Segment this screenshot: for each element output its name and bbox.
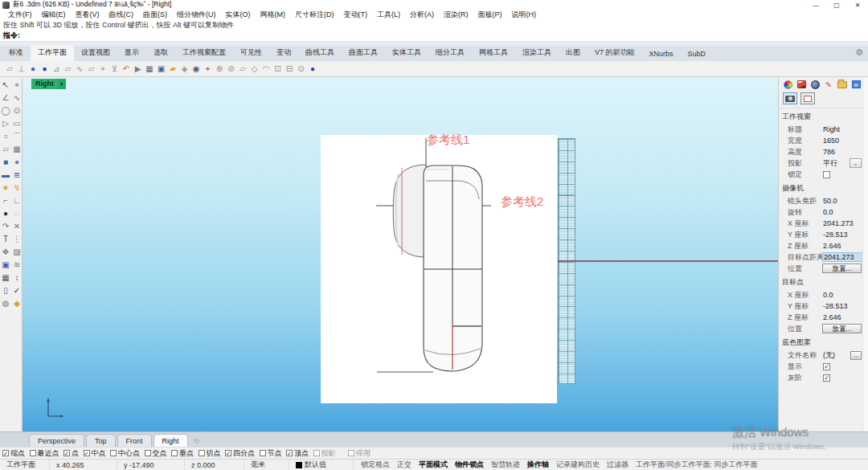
ribbon-tab-12[interactable]: 网格工具 (472, 45, 515, 61)
loft-surface-button[interactable]: ≣ (11, 169, 23, 182)
panel-value-0-3[interactable]: 平行 (823, 158, 850, 169)
cplane-pin-button[interactable]: ⌖ (203, 63, 214, 76)
ribbon-tab-9[interactable]: 曲面工具 (342, 45, 385, 61)
undo-cplane-change-button[interactable]: ↶ (121, 63, 132, 76)
cplane-to-curve-button[interactable]: ∿ (74, 63, 85, 76)
menu-item-8[interactable]: 尺寸标注(D) (290, 10, 339, 20)
panel-checkbox-3-1[interactable]: ✓ (823, 363, 830, 370)
show-cplane-button[interactable]: ◉ (190, 63, 202, 76)
menu-item-2[interactable]: 查看(V) (71, 10, 104, 20)
osnap-checkbox-3[interactable]: ✓ (84, 450, 90, 456)
osnap-item-6[interactable]: 垂点 (171, 448, 194, 459)
statusbar-toggle-2[interactable]: 平面模式 (419, 460, 448, 470)
properties-tab-icon[interactable] (783, 80, 792, 89)
render-shade-button[interactable]: ◍ (0, 297, 11, 310)
command-prompt-line[interactable]: 指令: (0, 31, 868, 41)
panel-value-1-1[interactable]: 0.0 (823, 208, 862, 216)
model-drawing[interactable] (321, 135, 557, 403)
osnap-item-1[interactable]: 最近点 (30, 448, 59, 459)
menu-item-5[interactable]: 细分物件(U) (172, 10, 221, 20)
text-object-button[interactable]: T (0, 233, 11, 246)
minimize-button[interactable]: — (805, 2, 826, 9)
panel-browse-button[interactable]: ... (850, 351, 862, 360)
rectangle-button[interactable]: ▭ (11, 117, 23, 130)
ribbon-gear-icon[interactable]: ⚙ (855, 47, 863, 58)
materials-tab-icon[interactable]: ✎ (824, 80, 833, 89)
osnap-checkbox-10[interactable]: ✓ (286, 450, 293, 456)
surface-corner-points-button[interactable]: ▱ (0, 143, 11, 156)
select-pointer-button[interactable]: ↖ (0, 79, 11, 92)
osnap-item-9[interactable]: 节点 (260, 448, 282, 459)
osnap-checkbox-5[interactable] (145, 450, 151, 456)
osnap-checkbox-8[interactable]: ✓ (225, 450, 231, 456)
cplane-to-surface-button[interactable]: ● (39, 63, 51, 76)
select-cplane-objects-button[interactable]: ▶ (133, 63, 144, 76)
check-objects-button[interactable]: ✓ (11, 284, 23, 297)
panel-filename-value[interactable]: (无) (823, 350, 850, 361)
menu-item-6[interactable]: 实体(O) (221, 10, 256, 20)
ribbon-tab-11[interactable]: 细分工具 (428, 45, 472, 61)
osnap-checkbox-7[interactable] (199, 450, 205, 456)
panel-value-2-1[interactable]: -28.513 (823, 302, 862, 310)
cplane-rotate-button[interactable]: ⊿ (51, 63, 62, 76)
menu-item-10[interactable]: 工具(L) (372, 10, 405, 20)
statusbar-layer-pane[interactable]: 默认值 (289, 460, 354, 470)
ribbon-tab-8[interactable]: 曲线工具 (298, 45, 342, 61)
panel-value-2-0[interactable]: 0.0 (823, 291, 862, 299)
named-cplane-button[interactable]: ◈ (179, 63, 190, 76)
polyline-button[interactable]: ∠ (0, 92, 11, 104)
panel-value-1-4[interactable]: 2.646 (823, 242, 862, 250)
menu-item-13[interactable]: 面板(P) (473, 10, 507, 20)
osnap-item-12[interactable]: 停用 (348, 448, 371, 459)
ribbon-tab-4[interactable]: 选取 (146, 45, 175, 61)
gem-tool-button[interactable]: ◆ (11, 297, 23, 310)
osnap-checkbox-4[interactable] (110, 450, 117, 456)
open-file-button[interactable]: ▰ (167, 63, 178, 76)
viewport-title-caret-icon[interactable]: ▾ (58, 79, 66, 89)
panel-checkbox-3-2[interactable]: ✓ (823, 374, 830, 382)
plan-view-button[interactable]: ▱ (237, 63, 248, 76)
osnap-item-3[interactable]: ✓中点 (84, 448, 106, 459)
hatch-button[interactable]: ▨ (11, 246, 23, 259)
statusbar-cplane-button[interactable]: 工作平面 (0, 460, 50, 470)
osnap-checkbox-2[interactable]: ✓ (63, 450, 70, 456)
ribbon-tab-14[interactable]: 出图 (559, 45, 588, 61)
divide-points-button[interactable]: ⋮ (11, 233, 23, 246)
osnap-checkbox-12[interactable] (348, 450, 354, 456)
curve-interpolate-button[interactable]: ∿ (11, 92, 23, 104)
maximize-button[interactable]: ▢ (826, 2, 847, 9)
cplane-next-button[interactable]: ⊘ (226, 63, 237, 76)
gumball-move-button[interactable]: ↕ (11, 272, 23, 284)
world-top-cplane-button[interactable]: ⊙ (296, 63, 307, 76)
osnap-checkbox-9[interactable] (260, 450, 266, 456)
ribbon-tab-16[interactable]: XNurbs (642, 47, 681, 61)
viewport-properties-button[interactable] (800, 92, 815, 104)
cplane-vertical-button[interactable]: ▱ (63, 63, 74, 76)
ribbon-tab-3[interactable]: 显示 (117, 45, 146, 61)
trim-button[interactable]: ✕ (11, 220, 23, 233)
osnap-item-5[interactable]: 交点 (145, 448, 167, 459)
library-tab-icon[interactable] (837, 80, 847, 89)
save-file-button[interactable]: ▣ (156, 63, 167, 76)
osnap-checkbox-0[interactable]: ✓ (2, 450, 9, 456)
grid-options-button[interactable]: ▦ (144, 63, 155, 76)
menu-item-0[interactable]: 文件(F) (3, 10, 37, 20)
cplane-elevation-button[interactable]: ⊡ (272, 63, 284, 76)
cplane-3point-button[interactable]: ⊥ (16, 63, 27, 76)
camera-properties-button[interactable] (783, 92, 797, 104)
page-layout-button[interactable]: ▯ (0, 284, 11, 297)
circle-diameter-button[interactable]: ⊙ (11, 104, 23, 117)
fillet-edge-button[interactable]: ⌐ (0, 194, 11, 207)
statusbar-toggle-5[interactable]: 操作轴 (527, 460, 549, 470)
osnap-item-4[interactable]: 中心点 (110, 448, 140, 459)
menu-item-12[interactable]: 渲染(R) (439, 10, 473, 20)
cplane-through-curve-button[interactable]: ◠ (260, 63, 272, 76)
help-tab-icon[interactable]: w (851, 80, 861, 89)
menu-item-3[interactable]: 曲线(C) (104, 10, 139, 20)
statusbar-toggle-7[interactable]: 过滤器 (607, 460, 628, 470)
solid-box-button[interactable]: ■ (0, 156, 11, 169)
gumball-sphere-button[interactable]: ● (307, 63, 318, 76)
viewport-right[interactable]: Right ▾ (23, 77, 778, 431)
cplane-origin-button[interactable]: ⌖ (97, 63, 108, 76)
statusbar-toggle-6[interactable]: 记录建构历史 (556, 460, 600, 470)
